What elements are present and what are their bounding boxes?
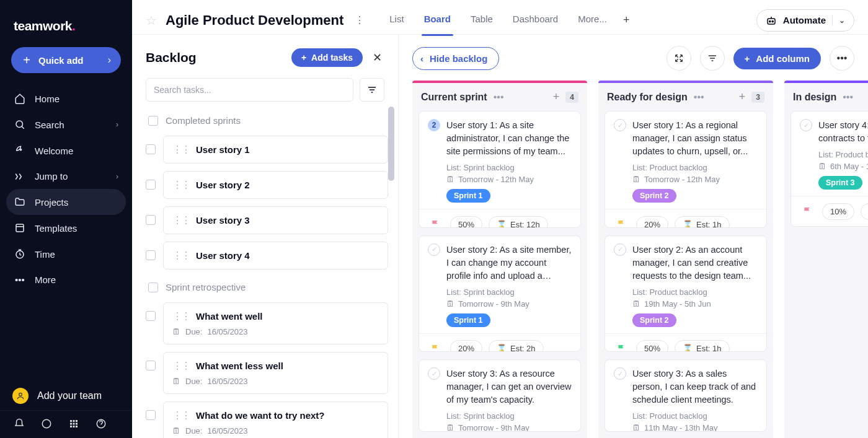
sidebar-item-time[interactable]: Time: [6, 241, 126, 267]
sidebar-item-search[interactable]: Search ›: [6, 112, 126, 138]
backlog-card[interactable]: ⋮⋮User story 4: [163, 242, 388, 269]
close-icon[interactable]: ✕: [370, 48, 384, 67]
tab-dashboard[interactable]: Dashboard: [503, 5, 568, 35]
sprint-tag[interactable]: Sprint 1: [446, 313, 490, 327]
view-tabs: List Board Table Dashboard More... +: [379, 5, 636, 35]
tab-table[interactable]: Table: [461, 5, 503, 35]
backlog-card[interactable]: ⋮⋮What do we want to try next? 🗓Due: 16/…: [163, 401, 388, 438]
backlog-card[interactable]: ⋮⋮User story 3: [163, 206, 388, 234]
column-body[interactable]: 2 User story 1: As a site administrator,…: [412, 111, 587, 438]
backlog-card[interactable]: ⋮⋮What went less well 🗓Due: 16/05/2023: [163, 352, 388, 394]
complete-check-icon[interactable]: ✓: [800, 119, 812, 131]
sidebar-item-more[interactable]: ••• More: [6, 267, 126, 292]
tab-list[interactable]: List: [379, 5, 414, 35]
board-card[interactable]: 2 User story 1: As a site administrator,…: [418, 111, 581, 228]
chat-icon[interactable]: [41, 418, 52, 429]
drag-handle-icon[interactable]: ⋮⋮: [172, 410, 190, 421]
board-more-button[interactable]: •••: [830, 46, 854, 71]
board-card[interactable]: ✓ User story 3: As a resource manager, I…: [418, 359, 581, 432]
sidebar-item-projects[interactable]: Projects: [6, 189, 126, 215]
sprint-tag[interactable]: Sprint 2: [632, 189, 676, 203]
calendar-icon: 🗓: [446, 175, 454, 184]
column-menu-icon[interactable]: •••: [694, 92, 704, 103]
hide-backlog-button[interactable]: ‹ Hide backlog: [412, 47, 499, 70]
board-card[interactable]: ✓ User story 4: A I can send new contrac…: [790, 111, 868, 227]
backlog-card[interactable]: ⋮⋮What went well 🗓Due: 16/05/2023: [163, 302, 388, 344]
drag-handle-icon[interactable]: ⋮⋮: [172, 250, 190, 261]
board-card[interactable]: ✓ User story 2: As a site member, I can …: [418, 235, 581, 353]
board-card[interactable]: ✓ User story 1: As a regional manager, I…: [604, 111, 767, 228]
sprint-tag[interactable]: Sprint 2: [632, 313, 676, 327]
checkbox[interactable]: [146, 311, 156, 321]
column-menu-icon[interactable]: •••: [843, 92, 853, 103]
sprint-tag[interactable]: Sprint 3: [818, 176, 862, 190]
column-body[interactable]: ✓ User story 4: A I can send new contrac…: [784, 111, 868, 438]
backlog-card[interactable]: ⋮⋮User story 1: [163, 136, 388, 164]
checkbox[interactable]: [146, 361, 156, 370]
checkbox[interactable]: [146, 180, 156, 190]
sidebar-item-home[interactable]: Home: [6, 85, 126, 112]
backlog-card[interactable]: ⋮⋮User story 2: [163, 171, 388, 199]
drag-handle-icon[interactable]: ⋮⋮: [172, 144, 190, 155]
tab-more[interactable]: More...: [568, 5, 617, 35]
apps-icon[interactable]: [68, 418, 79, 429]
search-input[interactable]: [146, 78, 353, 102]
board-card[interactable]: ✓ User story 3: As a sales person, I can…: [604, 359, 767, 432]
sidebar-item-jumpto[interactable]: Jump to ›: [6, 164, 126, 189]
board-columns[interactable]: Current sprint ••• + 4 2 User story 1: A…: [399, 77, 868, 438]
sprint-tag[interactable]: Sprint 1: [446, 189, 490, 203]
add-column-button[interactable]: + Add column: [733, 48, 821, 69]
complete-check-icon[interactable]: ✓: [614, 119, 626, 131]
board-card[interactable]: ✓ User story 2: As an account manager, I…: [604, 235, 767, 353]
quick-add-button[interactable]: + Quick add ›: [11, 47, 121, 73]
checkbox[interactable]: [146, 144, 156, 154]
flag-icon[interactable]: [427, 340, 444, 352]
column-menu-icon[interactable]: •••: [494, 92, 504, 103]
svg-rect-13: [73, 426, 75, 427]
backlog-section-header[interactable]: Completed sprints: [146, 107, 388, 132]
column-add-icon[interactable]: +: [553, 90, 560, 103]
progress-pill: 50%: [450, 216, 482, 228]
complete-check-icon[interactable]: ✓: [614, 243, 626, 256]
add-team-button[interactable]: Add your team: [0, 382, 132, 410]
star-icon[interactable]: ☆: [146, 13, 157, 28]
calendar-icon: 🗓: [172, 327, 180, 336]
checkbox[interactable]: [148, 116, 158, 126]
flag-icon[interactable]: [613, 340, 630, 352]
flag-icon[interactable]: [427, 216, 444, 227]
backlog-section-header[interactable]: Sprint retrospective: [146, 273, 388, 299]
column-add-icon[interactable]: +: [739, 90, 746, 103]
bell-icon[interactable]: [14, 418, 25, 429]
project-menu-icon[interactable]: ⋮: [348, 14, 371, 26]
filter-board-button[interactable]: [700, 46, 725, 71]
tab-add-button[interactable]: +: [617, 5, 636, 35]
expand-button[interactable]: [666, 46, 691, 71]
flag-icon[interactable]: [613, 216, 630, 227]
sidebar-item-templates[interactable]: Templates: [6, 215, 126, 241]
checkbox[interactable]: [148, 283, 158, 292]
complete-check-icon[interactable]: ✓: [614, 367, 626, 380]
board-toolbar: ‹ Hide backlog + Add column •••: [399, 35, 868, 77]
complete-check-icon[interactable]: ✓: [428, 367, 440, 380]
tab-board[interactable]: Board: [414, 5, 461, 35]
scrollbar[interactable]: [388, 107, 394, 181]
automate-button[interactable]: Automate ⌄: [756, 9, 854, 32]
add-tasks-button[interactable]: + Add tasks: [291, 48, 363, 67]
drag-handle-icon[interactable]: ⋮⋮: [172, 310, 190, 322]
drag-handle-icon[interactable]: ⋮⋮: [172, 360, 190, 372]
column-header: In design ••• +: [784, 83, 868, 111]
backlog-list[interactable]: Completed sprints ⋮⋮User story 1 ⋮⋮User …: [146, 107, 394, 438]
robot-icon: [766, 15, 777, 26]
drag-handle-icon[interactable]: ⋮⋮: [172, 214, 190, 226]
complete-check-icon[interactable]: ✓: [428, 243, 440, 256]
sidebar-item-welcome[interactable]: Welcome: [6, 138, 126, 164]
help-icon[interactable]: [95, 418, 107, 429]
drag-handle-icon[interactable]: ⋮⋮: [172, 179, 190, 191]
checkbox[interactable]: [146, 410, 156, 420]
svg-point-4: [19, 393, 22, 396]
checkbox[interactable]: [146, 215, 156, 225]
column-body[interactable]: ✓ User story 1: As a regional manager, I…: [598, 111, 773, 438]
checkbox[interactable]: [146, 250, 156, 260]
flag-icon[interactable]: [799, 203, 816, 220]
filter-button[interactable]: [360, 78, 384, 102]
